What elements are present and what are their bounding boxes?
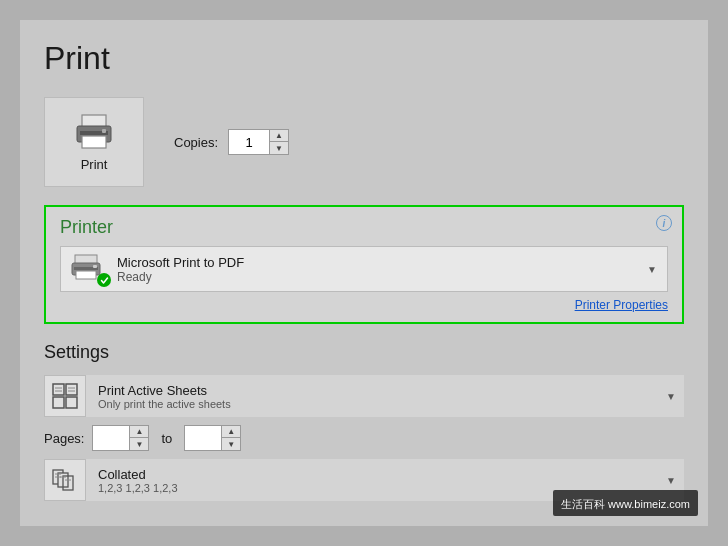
print-button-label: Print	[81, 157, 108, 172]
collated-arrow: ▼	[666, 475, 676, 486]
printer-name: Microsoft Print to PDF	[117, 255, 637, 270]
printer-dropdown[interactable]: Microsoft Print to PDF Ready ▼	[60, 246, 668, 292]
svg-rect-7	[76, 271, 96, 279]
copies-spinner: ▲ ▼	[269, 130, 288, 154]
printer-dropdown-arrow: ▼	[647, 264, 657, 275]
svg-rect-13	[66, 397, 77, 408]
svg-rect-12	[53, 397, 64, 408]
active-sheets-sub: Only print the active sheets	[98, 398, 654, 410]
copies-input-wrap: ▲ ▼	[228, 129, 289, 155]
collated-main: Collated	[98, 467, 654, 482]
settings-title: Settings	[44, 342, 684, 363]
active-sheets-arrow: ▼	[666, 391, 676, 402]
settings-area: Settings Print Active Sheets	[44, 342, 684, 501]
printer-info: Microsoft Print to PDF Ready	[117, 255, 637, 284]
svg-rect-11	[66, 384, 77, 395]
pages-to-spinner: ▲ ▼	[221, 426, 240, 450]
pages-to-decrement[interactable]: ▼	[222, 438, 240, 450]
watermark-text: 生活百科 www.bimeiz.com	[561, 498, 690, 510]
pages-to-increment[interactable]: ▲	[222, 426, 240, 438]
pages-from-spinner: ▲ ▼	[129, 426, 148, 450]
page-title: Print	[44, 40, 684, 77]
copies-decrement[interactable]: ▼	[270, 142, 288, 154]
pages-from-decrement[interactable]: ▼	[130, 438, 148, 450]
copies-input[interactable]	[229, 130, 269, 154]
pages-to-wrap: ▲ ▼	[184, 425, 241, 451]
printer-icon	[72, 113, 116, 151]
copies-increment[interactable]: ▲	[270, 130, 288, 142]
ready-check-badge	[97, 273, 111, 287]
pages-from-increment[interactable]: ▲	[130, 426, 148, 438]
active-sheets-icon	[51, 382, 79, 410]
printer-section-title: Printer	[60, 217, 668, 238]
svg-rect-10	[53, 384, 64, 395]
printer-icon-wrap	[71, 253, 107, 285]
main-content: Print Print Copies: ▲	[20, 20, 708, 526]
print-section: Print Copies: ▲ ▼	[44, 97, 684, 187]
copies-section: Copies: ▲ ▼	[174, 129, 289, 155]
printer-properties-link[interactable]: Printer Properties	[60, 298, 668, 312]
collated-icon	[51, 466, 79, 494]
active-sheets-icon-box	[44, 375, 86, 417]
pages-to-input[interactable]	[185, 427, 221, 449]
active-sheets-row[interactable]: Print Active Sheets Only print the activ…	[44, 375, 684, 417]
pages-to-label: to	[161, 431, 172, 446]
active-sheets-main: Print Active Sheets	[98, 383, 654, 398]
printer-status: Ready	[117, 270, 637, 284]
pages-from-input[interactable]	[93, 427, 129, 449]
watermark: 生活百科 www.bimeiz.com	[553, 490, 698, 516]
active-sheets-text: Print Active Sheets Only print the activ…	[98, 383, 654, 410]
pages-from-wrap: ▲ ▼	[92, 425, 149, 451]
svg-rect-0	[82, 115, 106, 127]
svg-rect-2	[82, 136, 106, 148]
collated-icon-box	[44, 459, 86, 501]
svg-rect-4	[102, 129, 106, 133]
copies-label: Copies:	[174, 135, 218, 150]
pages-label: Pages:	[44, 431, 84, 446]
info-icon: i	[656, 215, 672, 231]
svg-rect-9	[93, 265, 97, 268]
print-button[interactable]: Print	[44, 97, 144, 187]
printer-section: Printer i Microsoft Print to PDF	[44, 205, 684, 324]
pages-row: Pages: ▲ ▼ to ▲ ▼	[44, 421, 684, 455]
